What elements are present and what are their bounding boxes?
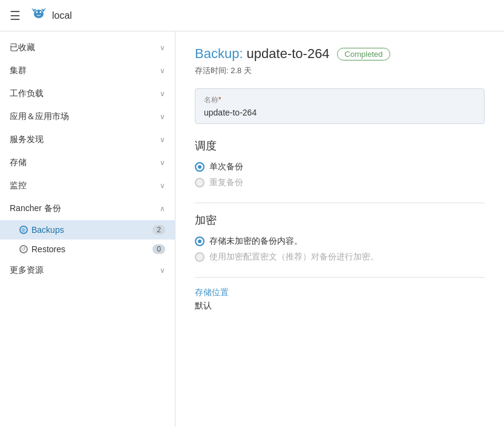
sidebar-item-service-discovery[interactable]: 服务发现 ∨ [0, 128, 175, 151]
sidebar-item-favorites[interactable]: 已收藏 ∨ [0, 36, 175, 59]
sidebar-item-cluster[interactable]: 集群 ∨ [0, 59, 175, 82]
sidebar-sub-label-restores: Restores [31, 244, 65, 254]
schedule-heading: 调度 [195, 139, 485, 153]
radio-repeat-backup[interactable]: 重复备份 [195, 177, 485, 188]
encrypt-heading: 加密 [195, 213, 485, 227]
storage-heading: 存储位置 [195, 287, 485, 298]
chevron-down-icon: ∨ [160, 90, 165, 98]
chevron-down-icon: ∨ [160, 67, 165, 75]
sidebar-item-backups[interactable]: ⊕ Backups 2 [0, 220, 175, 240]
sidebar-sub-label-backups: Backups [31, 225, 64, 235]
sidebar-item-storage[interactable]: 存储 ∨ [0, 151, 175, 174]
badge-backups: 2 [152, 225, 165, 235]
chevron-down-icon: ∨ [160, 158, 165, 167]
name-field-box: 名称* update-to-264 [195, 88, 485, 124]
sidebar-item-label: 应用＆应用市场 [10, 111, 69, 122]
sidebar-item-workload[interactable]: 工作负载 ∨ [0, 82, 175, 105]
sidebar: 已收藏 ∨ 集群 ∨ 工作负载 ∨ 应用＆应用市场 ∨ 服务发现 ∨ 存储 ∨ … [0, 31, 175, 427]
page-title: Backup: update-to-264 [195, 46, 330, 62]
radio-use-encrypt[interactable]: 使用加密配置密文（推荐）对备份进行加密。 [195, 252, 485, 262]
restore-icon: ↺ [19, 245, 28, 253]
schedule-section: 调度 单次备份 重复备份 [195, 139, 485, 188]
title-name: update-to-264 [247, 46, 330, 61]
sidebar-item-label: Rancher 备份 [10, 203, 61, 214]
divider-encrypt-storage [195, 277, 485, 278]
sidebar-sub-rancher-backup: ⊕ Backups 2 ↺ Restores 0 [0, 220, 175, 259]
layout: 已收藏 ∨ 集群 ∨ 工作负载 ∨ 应用＆应用市场 ∨ 服务发现 ∨ 存储 ∨ … [0, 31, 504, 427]
svg-point-2 [40, 11, 42, 13]
radio-single-circle [195, 162, 205, 172]
encrypt-radio-group: 存储未加密的备份内容。 使用加密配置密文（推荐）对备份进行加密。 [195, 236, 485, 262]
sidebar-item-rancher-backup[interactable]: Rancher 备份 ∧ [0, 197, 175, 220]
chevron-down-icon: ∨ [160, 266, 165, 275]
hamburger-icon[interactable]: ☰ [10, 8, 21, 23]
storage-section: 存储位置 默认 [195, 287, 485, 311]
name-field-value: update-to-264 [204, 108, 476, 117]
chevron-down-icon: ∨ [160, 135, 165, 144]
sidebar-item-label: 监控 [10, 180, 27, 191]
subtitle: 存活时间: 2.8 天 [195, 65, 485, 76]
name-field-label: 名称* [204, 95, 476, 105]
sidebar-item-label: 更多资源 [10, 265, 44, 276]
sidebar-item-label: 集群 [10, 65, 27, 76]
radio-use-encrypt-circle [195, 252, 205, 262]
svg-point-1 [36, 11, 38, 13]
topbar-title: local [52, 10, 72, 21]
sidebar-item-restores[interactable]: ↺ Restores 0 [0, 240, 175, 259]
title-prefix: Backup: [195, 46, 247, 61]
storage-value: 默认 [195, 301, 485, 311]
sidebar-sub-item-inner: ↺ Restores [19, 244, 65, 254]
divider-schedule-encrypt [195, 203, 485, 203]
chevron-up-icon: ∧ [160, 204, 165, 213]
radio-single-label: 单次备份 [209, 161, 243, 172]
topbar: ☰ local [0, 0, 504, 31]
sidebar-item-monitor[interactable]: 监控 ∨ [0, 174, 175, 197]
sidebar-item-more-resources[interactable]: 更多资源 ∨ [0, 259, 175, 282]
chevron-down-icon: ∨ [160, 112, 165, 121]
radio-no-encrypt-circle [195, 236, 205, 246]
sidebar-item-label: 服务发现 [10, 134, 44, 145]
required-marker: * [218, 96, 221, 104]
sidebar-item-apps[interactable]: 应用＆应用市场 ∨ [0, 105, 175, 128]
sidebar-item-label: 存储 [10, 157, 27, 168]
sidebar-item-label: 已收藏 [10, 42, 35, 53]
main-content: Backup: update-to-264 Completed 存活时间: 2.… [175, 31, 504, 427]
globe-icon: ⊕ [19, 226, 28, 234]
chevron-down-icon: ∨ [160, 44, 165, 52]
radio-no-encrypt-label: 存储未加密的备份内容。 [209, 236, 303, 247]
sidebar-sub-item-inner: ⊕ Backups [19, 225, 64, 235]
radio-use-encrypt-label: 使用加密配置密文（推荐）对备份进行加密。 [209, 252, 379, 262]
radio-repeat-circle [195, 178, 205, 187]
chevron-down-icon: ∨ [160, 181, 165, 190]
encrypt-section: 加密 存储未加密的备份内容。 使用加密配置密文（推荐）对备份进行加密。 [195, 213, 485, 262]
schedule-radio-group: 单次备份 重复备份 [195, 161, 485, 188]
sidebar-item-label: 工作负载 [10, 88, 44, 99]
radio-no-encrypt[interactable]: 存储未加密的备份内容。 [195, 236, 485, 247]
svg-point-0 [34, 10, 44, 18]
logo-icon [30, 5, 47, 26]
radio-repeat-label: 重复备份 [209, 177, 243, 188]
badge-restores: 0 [152, 244, 165, 254]
radio-single-backup[interactable]: 单次备份 [195, 161, 485, 172]
status-badge: Completed [337, 48, 391, 60]
page-title-row: Backup: update-to-264 Completed [195, 46, 485, 62]
name-form-section: 名称* update-to-264 [195, 88, 485, 124]
